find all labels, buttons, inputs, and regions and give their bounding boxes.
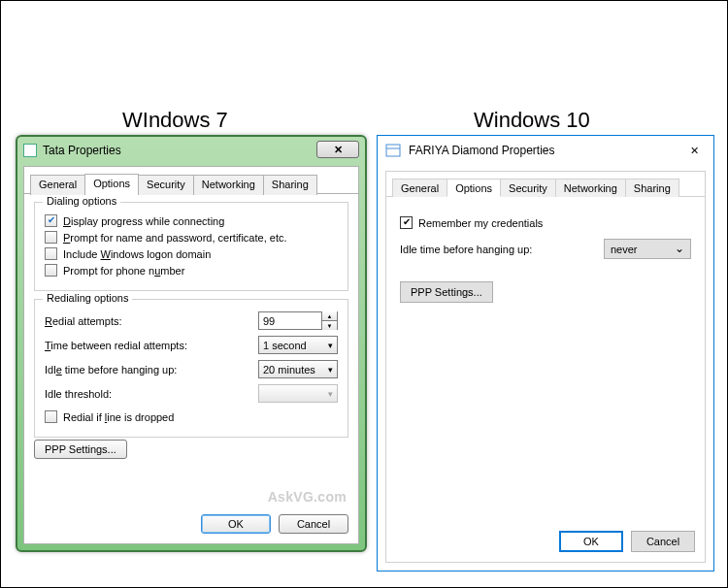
spinner-arrows-icon[interactable]: ▲▼ (321, 311, 337, 330)
label-include-logon: Include Windows logon domain (63, 248, 211, 260)
app-icon (23, 144, 37, 157)
checkbox-remember-credentials[interactable] (400, 216, 413, 229)
watermark: AskVG.com (268, 489, 347, 505)
label-prompt-phone: Prompt for phone number (63, 265, 184, 277)
checkbox-prompt-name[interactable] (45, 231, 57, 244)
cancel-button[interactable]: Cancel (631, 531, 695, 552)
label-idle-time: Idle time before hanging up: (400, 244, 532, 255)
tab-networking[interactable]: Networking (555, 179, 626, 197)
cancel-button[interactable]: Cancel (279, 514, 348, 534)
tab-sharing[interactable]: Sharing (263, 175, 317, 195)
win10-dialog: FARIYA Diamond Properties ✕ General Opti… (377, 135, 714, 572)
tab-sharing[interactable]: Sharing (625, 179, 679, 197)
group-redialing-options: Redialing options Redial attempts: 99 ▲▼… (34, 299, 348, 438)
spinner-redial-attempts[interactable]: 99 ▲▼ (258, 311, 338, 330)
group-dialing-title: Dialing options (43, 195, 120, 207)
win7-body: General Options Security Networking Shar… (23, 166, 359, 544)
label-redial-dropped: Redial if line is dropped (63, 411, 174, 423)
ppp-settings-button[interactable]: PPP Settings... (400, 281, 493, 303)
value-time-between: 1 second (263, 340, 307, 351)
label-remember-credentials: Remember my credentials (418, 217, 543, 229)
tab-options[interactable]: Options (84, 174, 139, 194)
value-idle-time: never (611, 244, 638, 255)
win10-body: General Options Security Networking Shar… (385, 171, 706, 563)
combo-idle-time[interactable]: 20 minutes (258, 360, 338, 378)
checkbox-prompt-phone[interactable] (45, 264, 57, 277)
tab-general[interactable]: General (392, 179, 447, 197)
checkbox-redial-dropped[interactable] (45, 410, 57, 423)
close-icon: ✕ (334, 144, 343, 156)
win7-dialog: Tata Properties ✕ General Options Securi… (16, 135, 367, 552)
win7-tabs: General Options Security Networking Shar… (24, 167, 358, 194)
win10-tabs: General Options Security Networking Shar… (386, 172, 705, 197)
svg-rect-0 (386, 145, 400, 156)
win7-title: Tata Properties (43, 144, 359, 157)
combo-idle-threshold (258, 384, 338, 403)
tab-general[interactable]: General (30, 175, 85, 195)
label-idle-time: Idle time before hanging up: (45, 364, 258, 376)
tab-options[interactable]: Options (447, 179, 501, 197)
app-icon (385, 143, 401, 158)
win10-title: FARIYA Diamond Properties (409, 144, 675, 157)
checkbox-display-progress[interactable] (45, 214, 57, 227)
label-idle-threshold: Idle threshold: (45, 388, 258, 400)
value-redial-attempts: 99 (263, 315, 275, 327)
tab-security[interactable]: Security (500, 179, 556, 197)
tab-networking[interactable]: Networking (193, 175, 264, 195)
close-button[interactable]: ✕ (675, 136, 713, 165)
ok-button[interactable]: OK (559, 531, 623, 552)
win7-titlebar[interactable]: Tata Properties ✕ (17, 137, 365, 164)
close-icon: ✕ (690, 145, 699, 157)
group-dialing-options: Dialing options Display progress while c… (34, 202, 348, 291)
os-label-win10: Windows 10 (474, 108, 590, 133)
value-idle-time: 20 minutes (263, 364, 315, 376)
combo-time-between[interactable]: 1 second (258, 336, 338, 354)
ppp-settings-button[interactable]: PPP Settings... (34, 440, 127, 459)
label-prompt-name: Prompt for name and password, certificat… (63, 232, 287, 244)
label-display-progress: Display progress while connecting (63, 215, 224, 227)
combo-idle-time[interactable]: never (604, 239, 691, 259)
label-time-between: Time between redial attempts: (45, 340, 258, 351)
close-button[interactable]: ✕ (316, 141, 359, 158)
group-redialing-title: Redialing options (43, 292, 132, 304)
os-label-win7: WIndows 7 (122, 108, 228, 133)
tab-security[interactable]: Security (138, 175, 194, 195)
win10-titlebar[interactable]: FARIYA Diamond Properties ✕ (378, 136, 713, 165)
ok-button[interactable]: OK (201, 514, 271, 534)
label-redial-attempts: Redial attempts: (45, 315, 258, 327)
checkbox-include-logon[interactable] (45, 247, 57, 260)
